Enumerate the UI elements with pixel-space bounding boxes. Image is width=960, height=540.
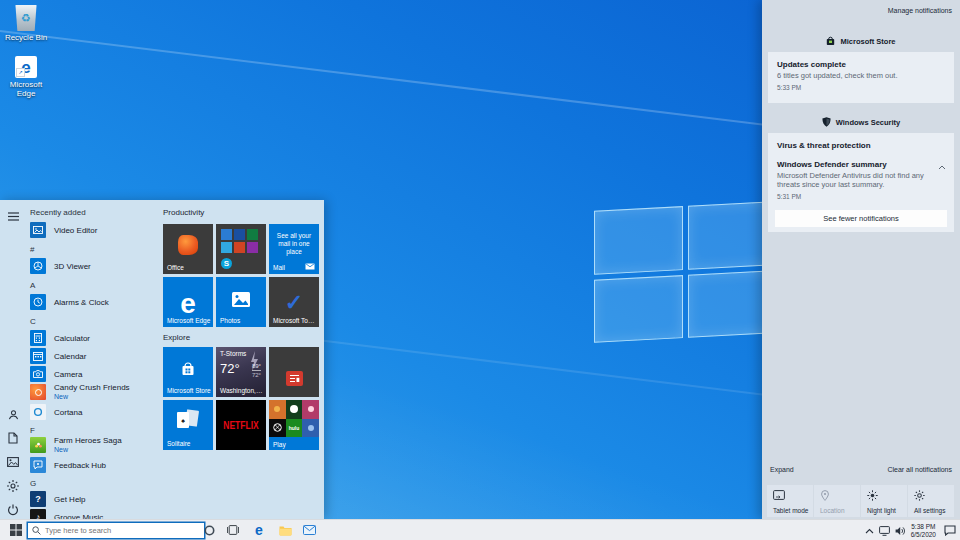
clock-date: 6/5/2020 bbox=[911, 531, 936, 539]
tile-weather[interactable]: T-Storms 72° 89°72° Washington,… bbox=[216, 347, 266, 397]
app-item-feedback-hub[interactable]: Feedback Hub bbox=[24, 456, 166, 474]
feedback-hub-icon bbox=[30, 457, 46, 473]
camera-icon bbox=[30, 366, 46, 382]
store-bag-icon bbox=[826, 36, 835, 46]
app-list-section-f[interactable]: F bbox=[30, 426, 35, 435]
collapse-chevron-icon[interactable] bbox=[938, 165, 946, 170]
user-account-button[interactable] bbox=[5, 406, 21, 422]
edge-logo: e bbox=[180, 290, 196, 318]
volume-button[interactable] bbox=[895, 526, 906, 536]
notification-store-updates[interactable]: Updates complete 6 titles got updated, c… bbox=[768, 52, 954, 103]
app-item-cortana[interactable]: Cortana bbox=[24, 403, 166, 421]
speaker-icon bbox=[895, 526, 906, 536]
app-item-alarms-clock[interactable]: Alarms & Clock bbox=[24, 293, 166, 311]
app-list-section-recently-added[interactable]: Recently added bbox=[30, 208, 86, 217]
cortana-icon bbox=[30, 404, 46, 420]
notification-windows-defender[interactable]: Virus & threat protection Windows Defend… bbox=[768, 133, 954, 232]
tile-microsoft-store[interactable]: Microsoft Store bbox=[163, 347, 213, 397]
app-list-section-hash[interactable]: # bbox=[30, 245, 34, 254]
shield-icon bbox=[822, 117, 831, 127]
chevron-up-icon bbox=[865, 528, 874, 534]
desktop-icon-label: Recycle Bin bbox=[2, 33, 50, 42]
power-button[interactable] bbox=[5, 502, 21, 518]
play-collage: hulu bbox=[269, 400, 319, 437]
app-item-groove-music[interactable]: ♪ Groove Music bbox=[24, 508, 166, 519]
tile-netflix[interactable]: NETFLIX bbox=[216, 400, 266, 450]
action-center-button[interactable] bbox=[944, 525, 956, 536]
cortana-button[interactable] bbox=[200, 520, 218, 540]
show-hidden-icons-button[interactable] bbox=[865, 528, 874, 534]
groove-music-icon: ♪ bbox=[30, 509, 46, 519]
desktop-icon-microsoft-edge[interactable]: e ↗ MicrosoftEdge bbox=[2, 56, 50, 98]
tile-microsoft-todo[interactable]: ✓ Microsoft To… bbox=[269, 277, 319, 327]
search-input[interactable] bbox=[45, 526, 200, 535]
tile-news[interactable] bbox=[269, 347, 319, 397]
tile-solitaire[interactable]: ♠ Solitaire bbox=[163, 400, 213, 450]
skype-icon: S bbox=[221, 258, 232, 269]
notification-group-microsoft-store[interactable]: Microsoft Store bbox=[762, 36, 960, 46]
start-menu: Recently added Video Editor # 3D Viewer … bbox=[0, 200, 324, 519]
office-icon bbox=[178, 235, 198, 255]
edge-icon: e ↗ bbox=[15, 56, 37, 78]
app-item-get-help[interactable]: ? Get Help bbox=[24, 490, 166, 508]
taskbar-clock[interactable]: 5:38 PM 6/5/2020 bbox=[911, 523, 936, 538]
app-item-calendar[interactable]: Calendar bbox=[24, 347, 166, 365]
app-list-section-g[interactable]: G bbox=[30, 479, 36, 488]
netflix-wordmark: NETFLIX bbox=[223, 418, 258, 432]
tile-group-title-explore[interactable]: Explore bbox=[163, 333, 190, 342]
start-button[interactable] bbox=[4, 520, 28, 540]
tile-mail[interactable]: See all your mail in one place Mail bbox=[269, 224, 319, 274]
pictures-button[interactable] bbox=[5, 454, 21, 470]
quick-action-all-settings[interactable]: All settings bbox=[908, 485, 954, 517]
taskbar-mail-button[interactable] bbox=[300, 520, 318, 540]
shortcut-arrow-icon: ↗ bbox=[16, 68, 25, 77]
windows-logo-pane bbox=[594, 275, 683, 343]
recycle-bin-icon: ♻ bbox=[14, 5, 38, 31]
photos-icon bbox=[232, 292, 250, 307]
settings-button[interactable] bbox=[5, 478, 21, 494]
notification-group-windows-security[interactable]: Windows Security bbox=[762, 117, 960, 127]
manage-notifications-link[interactable]: Manage notifications bbox=[888, 7, 952, 14]
windows-logo-icon bbox=[10, 524, 22, 536]
taskbar-edge-button[interactable]: e bbox=[250, 520, 268, 540]
news-icon bbox=[286, 371, 303, 386]
calendar-icon bbox=[30, 348, 46, 364]
desktop-icon-recycle-bin[interactable]: ♻ Recycle Bin bbox=[2, 5, 50, 42]
hulu-wordmark: hulu bbox=[289, 425, 300, 431]
app-list-section-a[interactable]: A bbox=[30, 281, 35, 290]
app-list-section-c[interactable]: C bbox=[30, 317, 36, 326]
night-light-icon bbox=[867, 490, 878, 501]
action-center-panel: Manage notifications Microsoft Store Upd… bbox=[762, 0, 960, 519]
task-view-icon bbox=[227, 525, 239, 535]
see-fewer-notifications-button[interactable]: See fewer notifications bbox=[775, 210, 947, 227]
tile-group-title-productivity[interactable]: Productivity bbox=[163, 208, 204, 217]
network-display-icon bbox=[879, 526, 890, 536]
tile-play[interactable]: hulu Play bbox=[269, 400, 319, 450]
taskbar-search-box[interactable] bbox=[27, 522, 205, 539]
tile-photos[interactable]: Photos bbox=[216, 277, 266, 327]
file-explorer-button[interactable] bbox=[276, 520, 294, 540]
start-menu-expand-button[interactable] bbox=[5, 208, 21, 224]
expand-link[interactable]: Expand bbox=[770, 466, 794, 473]
mail-tile-text: See all your mail in one place bbox=[275, 232, 313, 256]
tile-microsoft-edge[interactable]: e Microsoft Edge bbox=[163, 277, 213, 327]
app-item-candy-crush-friends[interactable]: Candy Crush FriendsNew bbox=[24, 383, 166, 401]
solitaire-cards-icon: ♠ bbox=[177, 410, 199, 430]
quick-action-tablet-mode[interactable]: Tablet mode bbox=[767, 485, 813, 517]
app-item-3d-viewer[interactable]: 3D Viewer bbox=[24, 257, 166, 275]
farm-heroes-icon bbox=[30, 437, 46, 453]
app-item-farm-heroes-saga[interactable]: Farm Heroes SagaNew bbox=[24, 436, 166, 454]
get-help-icon: ? bbox=[30, 491, 46, 507]
quick-action-location[interactable]: Location bbox=[814, 485, 860, 517]
app-item-camera[interactable]: Camera bbox=[24, 365, 166, 383]
task-view-button[interactable] bbox=[224, 520, 242, 540]
quick-action-night-light[interactable]: Night light bbox=[861, 485, 907, 517]
clear-all-notifications-link[interactable]: Clear all notifications bbox=[887, 466, 952, 473]
network-button[interactable] bbox=[879, 526, 890, 536]
tile-office[interactable]: Office bbox=[163, 224, 213, 274]
tile-office-apps[interactable]: S bbox=[216, 224, 266, 274]
app-item-calculator[interactable]: Calculator bbox=[24, 329, 166, 347]
app-item-video-editor[interactable]: Video Editor bbox=[24, 221, 166, 239]
documents-button[interactable] bbox=[5, 430, 21, 446]
pictures-icon bbox=[7, 457, 19, 467]
